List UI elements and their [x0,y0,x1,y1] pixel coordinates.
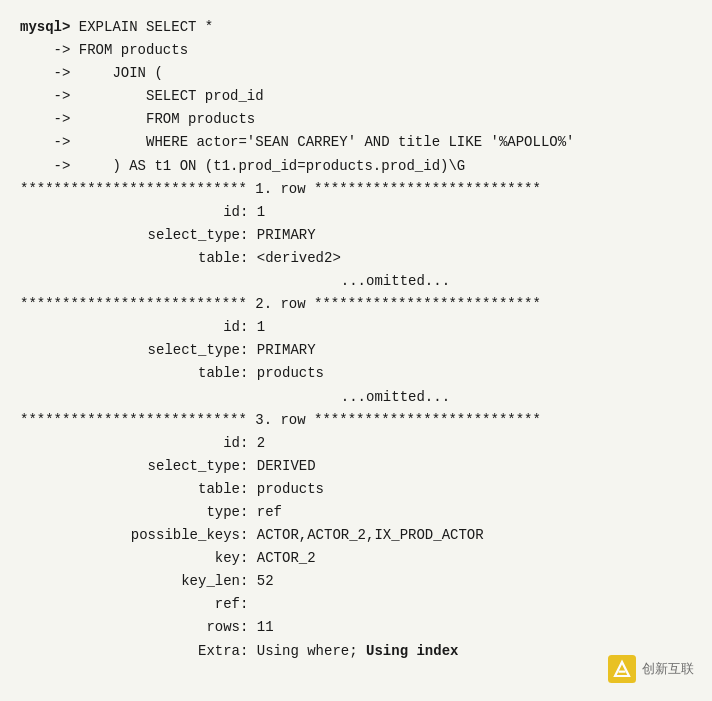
prompt-6: -> [20,131,79,154]
row3-table: table: products [20,478,692,501]
row3-rows: rows: 11 [20,616,692,639]
query-text-1: EXPLAIN SELECT * [79,16,213,39]
prompt-5: -> [20,108,79,131]
watermark-logo-icon [608,655,636,683]
query-text-7: ) AS t1 ON (t1.prod_id=products.prod_id)… [79,155,465,178]
separator-row3: *************************** 3. row *****… [20,409,692,432]
watermark: 创新互联 [608,655,694,683]
query-text-4: SELECT prod_id [79,85,264,108]
prompt-3: -> [20,62,79,85]
row3-type: type: ref [20,501,692,524]
separator-row1: *************************** 1. row *****… [20,178,692,201]
row3-key: key: ACTOR_2 [20,547,692,570]
prompt-4: -> [20,85,79,108]
row3-ref: ref: [20,593,692,616]
query-line-1: mysql> EXPLAIN SELECT * [20,16,692,39]
row1-omitted: ...omitted... [20,270,692,293]
prompt-7: -> [20,155,79,178]
row3-possible-keys: possible_keys: ACTOR,ACTOR_2,IX_PROD_ACT… [20,524,692,547]
query-text-3: JOIN ( [79,62,163,85]
row3-key-len: key_len: 52 [20,570,692,593]
query-text-6: WHERE actor='SEAN CARREY' AND title LIKE… [79,131,575,154]
query-line-3: -> JOIN ( [20,62,692,85]
watermark-label: 创新互联 [642,660,694,678]
row1-table: table: <derived2> [20,247,692,270]
query-line-4: -> SELECT prod_id [20,85,692,108]
row3-extra: Extra: Using where; Using index [20,640,692,663]
row3-select-type: select_type: DERIVED [20,455,692,478]
svg-rect-0 [608,655,636,683]
query-line-5: -> FROM products [20,108,692,131]
row1-select-type: select_type: PRIMARY [20,224,692,247]
prompt-1: mysql> [20,16,79,39]
row2-omitted: ...omitted... [20,386,692,409]
terminal: mysql> EXPLAIN SELECT * -> FROM products… [20,16,692,663]
query-line-6: -> WHERE actor='SEAN CARREY' AND title L… [20,131,692,154]
row1-id: id: 1 [20,201,692,224]
separator-row2: *************************** 2. row *****… [20,293,692,316]
query-line-2: -> FROM products [20,39,692,62]
query-line-7: -> ) AS t1 ON (t1.prod_id=products.prod_… [20,155,692,178]
query-text-2: FROM products [79,39,188,62]
row2-table: table: products [20,362,692,385]
row2-select-type: select_type: PRIMARY [20,339,692,362]
query-text-5: FROM products [79,108,255,131]
row2-id: id: 1 [20,316,692,339]
row3-id: id: 2 [20,432,692,455]
prompt-2: -> [20,39,79,62]
